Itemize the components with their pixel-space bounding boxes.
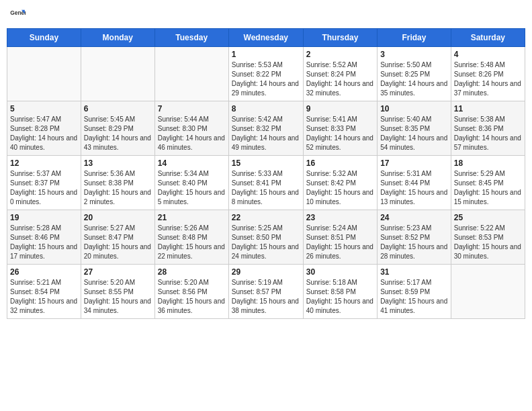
calendar-day-cell: 22Sunrise: 5:25 AM Sunset: 8:50 PM Dayli… — [228, 210, 303, 265]
calendar-day-cell: 29Sunrise: 5:19 AM Sunset: 8:57 PM Dayli… — [228, 265, 303, 319]
calendar-week-row: 1Sunrise: 5:53 AM Sunset: 8:22 PM Daylig… — [7, 47, 525, 101]
calendar-day-cell: 27Sunrise: 5:20 AM Sunset: 8:55 PM Dayli… — [81, 265, 154, 319]
day-number: 11 — [454, 104, 522, 113]
day-number: 5 — [10, 104, 78, 113]
calendar-day-cell — [81, 47, 154, 101]
day-info: Sunrise: 5:22 AM Sunset: 8:53 PM Dayligh… — [454, 224, 522, 261]
day-number: 3 — [380, 50, 448, 59]
calendar-day-cell: 21Sunrise: 5:26 AM Sunset: 8:48 PM Dayli… — [154, 210, 228, 265]
day-info: Sunrise: 5:50 AM Sunset: 8:25 PM Dayligh… — [380, 60, 448, 98]
day-info: Sunrise: 5:23 AM Sunset: 8:52 PM Dayligh… — [380, 224, 448, 261]
day-number: 14 — [158, 158, 226, 168]
day-info: Sunrise: 5:26 AM Sunset: 8:48 PM Dayligh… — [158, 224, 226, 261]
day-info: Sunrise: 5:37 AM Sunset: 8:37 PM Dayligh… — [10, 169, 78, 207]
day-number: 30 — [306, 267, 374, 277]
day-number: 31 — [380, 267, 448, 277]
day-info: Sunrise: 5:29 AM Sunset: 8:45 PM Dayligh… — [454, 169, 522, 207]
day-info: Sunrise: 5:36 AM Sunset: 8:38 PM Dayligh… — [84, 169, 152, 207]
logo: General — [9, 7, 27, 23]
calendar-table: SundayMondayTuesdayWednesdayThursdayFrid… — [7, 28, 525, 319]
calendar-day-cell: 5Sunrise: 5:47 AM Sunset: 8:28 PM Daylig… — [7, 101, 81, 156]
day-number: 19 — [10, 213, 78, 222]
calendar-day-cell: 7Sunrise: 5:44 AM Sunset: 8:30 PM Daylig… — [154, 101, 228, 156]
day-info: Sunrise: 5:42 AM Sunset: 8:32 PM Dayligh… — [232, 115, 300, 152]
day-number: 21 — [158, 213, 226, 222]
day-number: 13 — [84, 158, 152, 168]
calendar-day-cell: 20Sunrise: 5:27 AM Sunset: 8:47 PM Dayli… — [81, 210, 154, 265]
day-number: 20 — [84, 213, 152, 222]
calendar-day-cell: 14Sunrise: 5:34 AM Sunset: 8:40 PM Dayli… — [154, 156, 228, 210]
day-number: 16 — [306, 158, 374, 168]
day-info: Sunrise: 5:20 AM Sunset: 8:55 PM Dayligh… — [84, 278, 152, 316]
calendar-day-cell: 30Sunrise: 5:18 AM Sunset: 8:58 PM Dayli… — [303, 265, 377, 319]
calendar-day-cell: 31Sunrise: 5:17 AM Sunset: 8:59 PM Dayli… — [378, 265, 451, 319]
day-info: Sunrise: 5:21 AM Sunset: 8:54 PM Dayligh… — [10, 278, 78, 316]
day-number: 15 — [232, 158, 300, 168]
calendar-day-cell: 11Sunrise: 5:38 AM Sunset: 8:36 PM Dayli… — [451, 101, 525, 156]
day-number: 10 — [380, 104, 448, 113]
logo-icon: General — [9, 7, 26, 23]
calendar-day-cell: 19Sunrise: 5:28 AM Sunset: 8:46 PM Dayli… — [7, 210, 81, 265]
day-header: Wednesday — [228, 29, 303, 47]
calendar-week-row: 5Sunrise: 5:47 AM Sunset: 8:28 PM Daylig… — [7, 101, 525, 156]
day-info: Sunrise: 5:44 AM Sunset: 8:30 PM Dayligh… — [158, 115, 226, 152]
day-number: 2 — [306, 50, 374, 59]
calendar-day-cell: 1Sunrise: 5:53 AM Sunset: 8:22 PM Daylig… — [228, 47, 303, 101]
calendar-day-cell: 26Sunrise: 5:21 AM Sunset: 8:54 PM Dayli… — [7, 265, 81, 319]
calendar-day-cell — [154, 47, 228, 101]
page-header: General — [7, 7, 525, 23]
day-number: 8 — [232, 104, 300, 113]
day-header: Monday — [81, 29, 154, 47]
day-number: 26 — [10, 267, 78, 277]
day-info: Sunrise: 5:19 AM Sunset: 8:57 PM Dayligh… — [232, 278, 300, 316]
day-info: Sunrise: 5:53 AM Sunset: 8:22 PM Dayligh… — [232, 60, 300, 98]
day-header: Thursday — [303, 29, 377, 47]
calendar-day-cell: 10Sunrise: 5:40 AM Sunset: 8:35 PM Dayli… — [378, 101, 451, 156]
calendar-day-cell: 4Sunrise: 5:48 AM Sunset: 8:26 PM Daylig… — [451, 47, 525, 101]
calendar-day-cell: 17Sunrise: 5:31 AM Sunset: 8:44 PM Dayli… — [378, 156, 451, 210]
calendar-week-row: 12Sunrise: 5:37 AM Sunset: 8:37 PM Dayli… — [7, 156, 525, 210]
calendar-day-cell: 2Sunrise: 5:52 AM Sunset: 8:24 PM Daylig… — [303, 47, 377, 101]
day-info: Sunrise: 5:38 AM Sunset: 8:36 PM Dayligh… — [454, 115, 522, 152]
calendar-day-cell: 18Sunrise: 5:29 AM Sunset: 8:45 PM Dayli… — [451, 156, 525, 210]
day-number: 12 — [10, 158, 78, 168]
calendar-day-cell: 13Sunrise: 5:36 AM Sunset: 8:38 PM Dayli… — [81, 156, 154, 210]
day-header: Saturday — [451, 29, 525, 47]
day-info: Sunrise: 5:24 AM Sunset: 8:51 PM Dayligh… — [306, 224, 374, 261]
day-info: Sunrise: 5:34 AM Sunset: 8:40 PM Dayligh… — [158, 169, 226, 207]
day-number: 29 — [232, 267, 300, 277]
day-header: Tuesday — [154, 29, 228, 47]
calendar-day-cell: 15Sunrise: 5:33 AM Sunset: 8:41 PM Dayli… — [228, 156, 303, 210]
day-number: 4 — [454, 50, 522, 59]
calendar-day-cell: 9Sunrise: 5:41 AM Sunset: 8:33 PM Daylig… — [303, 101, 377, 156]
day-number: 23 — [306, 213, 374, 222]
day-info: Sunrise: 5:27 AM Sunset: 8:47 PM Dayligh… — [84, 224, 152, 261]
day-number: 17 — [380, 158, 448, 168]
day-info: Sunrise: 5:40 AM Sunset: 8:35 PM Dayligh… — [380, 115, 448, 152]
day-number: 18 — [454, 158, 522, 168]
calendar-day-cell — [451, 265, 525, 319]
calendar-day-cell: 28Sunrise: 5:20 AM Sunset: 8:56 PM Dayli… — [154, 265, 228, 319]
day-info: Sunrise: 5:32 AM Sunset: 8:42 PM Dayligh… — [306, 169, 374, 207]
day-number: 9 — [306, 104, 374, 113]
day-info: Sunrise: 5:33 AM Sunset: 8:41 PM Dayligh… — [232, 169, 300, 207]
calendar-week-row: 19Sunrise: 5:28 AM Sunset: 8:46 PM Dayli… — [7, 210, 525, 265]
day-info: Sunrise: 5:18 AM Sunset: 8:58 PM Dayligh… — [306, 278, 374, 316]
calendar-day-cell: 24Sunrise: 5:23 AM Sunset: 8:52 PM Dayli… — [378, 210, 451, 265]
day-number: 6 — [84, 104, 152, 113]
day-info: Sunrise: 5:17 AM Sunset: 8:59 PM Dayligh… — [380, 278, 448, 316]
day-info: Sunrise: 5:47 AM Sunset: 8:28 PM Dayligh… — [10, 115, 78, 152]
day-info: Sunrise: 5:41 AM Sunset: 8:33 PM Dayligh… — [306, 115, 374, 152]
day-header: Sunday — [7, 29, 81, 47]
calendar-day-cell: 12Sunrise: 5:37 AM Sunset: 8:37 PM Dayli… — [7, 156, 81, 210]
day-info: Sunrise: 5:52 AM Sunset: 8:24 PM Dayligh… — [306, 60, 374, 98]
day-info: Sunrise: 5:48 AM Sunset: 8:26 PM Dayligh… — [454, 60, 522, 98]
day-number: 24 — [380, 213, 448, 222]
day-number: 7 — [158, 104, 226, 113]
day-number: 27 — [84, 267, 152, 277]
day-info: Sunrise: 5:25 AM Sunset: 8:50 PM Dayligh… — [232, 224, 300, 261]
day-info: Sunrise: 5:28 AM Sunset: 8:46 PM Dayligh… — [10, 224, 78, 261]
day-header: Friday — [378, 29, 451, 47]
calendar-day-cell: 16Sunrise: 5:32 AM Sunset: 8:42 PM Dayli… — [303, 156, 377, 210]
calendar-day-cell: 25Sunrise: 5:22 AM Sunset: 8:53 PM Dayli… — [451, 210, 525, 265]
